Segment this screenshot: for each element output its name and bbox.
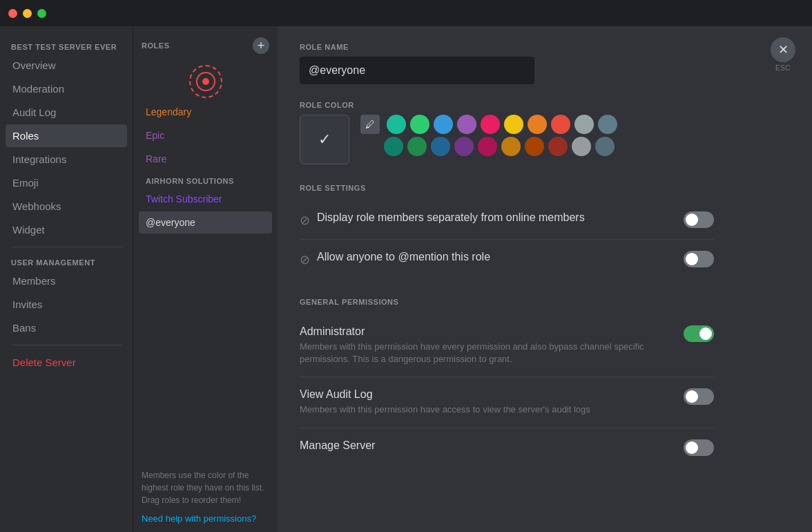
role-item-legendary[interactable]: Legendary	[139, 101, 272, 123]
color-dot-green[interactable]	[410, 115, 429, 134]
color-dot-dark-slate[interactable]	[595, 137, 615, 156]
color-dot-dark-green[interactable]	[407, 137, 427, 156]
role-group-label: AIRHORN SOLUTIONS	[139, 171, 272, 188]
toggle-knob-2	[686, 253, 698, 265]
sidebar-item-emoji[interactable]: Emoji	[6, 171, 127, 194]
toggle-administrator[interactable]	[684, 325, 714, 342]
toggle-view-audit-log[interactable]	[684, 388, 714, 405]
setting-display-text: Display role members separately from onl…	[317, 211, 585, 224]
maximize-button[interactable]	[37, 9, 46, 18]
color-dot-blue[interactable]	[434, 115, 453, 134]
role-settings-icon	[189, 65, 222, 98]
color-dot-dark-pink[interactable]	[478, 137, 497, 156]
content-panel: ✕ ESC ROLE NAME ROLE COLOR ✓ 🖊	[278, 26, 812, 532]
sidebar-divider-2	[11, 345, 122, 345]
permission-admin-title: Administrator	[300, 325, 673, 338]
color-dot-dark-yellow[interactable]	[501, 137, 521, 156]
roles-hint: Members use the color of the highest rol…	[133, 464, 278, 509]
general-permissions-label: GENERAL PERMISSIONS	[300, 298, 714, 306]
toggle-knob-1	[686, 213, 698, 226]
role-item-epic[interactable]: Epic	[139, 124, 272, 146]
color-dot-dark-teal[interactable]	[384, 137, 403, 156]
roles-header-label: ROLES	[142, 41, 170, 50]
toggle-display-separately[interactable]	[684, 211, 714, 228]
general-permissions-section: GENERAL PERMISSIONS Administrator Member…	[300, 298, 714, 467]
color-controls: ✓ 🖊	[300, 115, 714, 164]
color-dot-teal[interactable]	[387, 115, 406, 134]
sidebar-item-moderation[interactable]: Moderation	[6, 77, 127, 100]
roles-help-link[interactable]: Need help with permissions?	[133, 509, 278, 532]
setting-mention-info: ⊘ Allow anyone to @mention this role	[300, 251, 684, 267]
role-item-twitch-subscriber[interactable]: Twitch Subscriber	[139, 188, 272, 210]
role-icon-wrapper	[133, 59, 278, 101]
role-color-label: ROLE COLOR	[300, 101, 714, 109]
checkmark-icon: ✓	[318, 131, 331, 149]
roles-panel: ROLES + Legendary Epic Rare AIRHORN SOLU…	[133, 26, 278, 532]
no-entry-icon-1: ⊘	[300, 213, 310, 228]
sidebar-item-invites[interactable]: Invites	[6, 293, 127, 316]
toggle-manage-server[interactable]	[684, 439, 714, 456]
esc-label: ESC	[775, 64, 791, 72]
permission-view-audit-log: View Audit Log Members with this permiss…	[300, 377, 714, 428]
titlebar	[0, 0, 812, 26]
color-options: 🖊	[360, 115, 617, 156]
sidebar-item-audit-log[interactable]: Audit Log	[6, 101, 127, 124]
sidebar: BEST TEST SERVER EVER Overview Moderatio…	[0, 26, 133, 532]
color-dot-red[interactable]	[551, 115, 570, 134]
setting-mention-text: Allow anyone to @mention this role	[317, 251, 490, 263]
close-button[interactable]	[8, 9, 17, 18]
sidebar-item-members[interactable]: Members	[6, 269, 127, 292]
sidebar-item-bans[interactable]: Bans	[6, 316, 127, 339]
permission-audit-desc: Members with this permission have access…	[300, 403, 673, 416]
role-item-everyone[interactable]: @everyone	[139, 211, 272, 234]
no-entry-icon-2: ⊘	[300, 252, 310, 267]
role-icon-dot	[202, 78, 209, 85]
toggle-knob-audit	[686, 390, 698, 403]
selected-color-swatch[interactable]: ✓	[300, 115, 349, 164]
role-item-rare[interactable]: Rare	[139, 148, 272, 170]
eyedropper-button[interactable]: 🖊	[360, 115, 380, 134]
close-icon: ✕	[771, 37, 795, 62]
permission-administrator: Administrator Members with this permissi…	[300, 314, 714, 377]
color-dot-dark-gray[interactable]	[572, 137, 591, 156]
toggle-allow-mention[interactable]	[684, 251, 714, 267]
role-color-section: ROLE COLOR ✓ 🖊	[300, 101, 714, 164]
role-name-input[interactable]	[300, 57, 534, 84]
color-dot-yellow[interactable]	[504, 115, 523, 134]
setting-display-info: ⊘ Display role members separately from o…	[300, 211, 684, 228]
sidebar-item-overview[interactable]: Overview	[6, 54, 127, 77]
color-dot-slate[interactable]	[598, 115, 617, 134]
user-management-label: USER MANAGEMENT	[6, 253, 127, 269]
setting-display-separately: ⊘ Display role members separately from o…	[300, 200, 714, 240]
roles-header: ROLES +	[133, 26, 278, 59]
sidebar-item-widget[interactable]: Widget	[6, 218, 127, 241]
color-dot-purple[interactable]	[457, 115, 476, 134]
permission-audit-info: View Audit Log Members with this permiss…	[300, 388, 684, 416]
color-dot-orange[interactable]	[528, 115, 547, 134]
color-row-2	[360, 137, 617, 156]
color-dot-dark-blue[interactable]	[431, 137, 450, 156]
esc-button[interactable]: ✕ ESC	[771, 37, 795, 72]
color-dot-pink[interactable]	[481, 115, 500, 134]
toggle-knob-manage	[686, 441, 698, 454]
color-dot-gray[interactable]	[574, 115, 594, 134]
role-list: Legendary Epic Rare AIRHORN SOLUTIONS Tw…	[133, 101, 278, 464]
main-layout: BEST TEST SERVER EVER Overview Moderatio…	[0, 26, 812, 532]
sidebar-item-roles[interactable]: Roles	[6, 124, 127, 147]
color-dot-dark-purple[interactable]	[454, 137, 474, 156]
permission-manage-info: Manage Server	[300, 439, 684, 452]
sidebar-item-webhooks[interactable]: Webhooks	[6, 195, 127, 218]
color-row-1: 🖊	[360, 115, 617, 134]
color-dot-dark-orange[interactable]	[525, 137, 544, 156]
setting-allow-mention: ⊘ Allow anyone to @mention this role	[300, 240, 714, 278]
role-settings-section: ROLE SETTINGS ⊘ Display role members sep…	[300, 184, 714, 278]
delete-server-button[interactable]: Delete Server	[6, 351, 127, 374]
color-dot-dark-red[interactable]	[548, 137, 568, 156]
add-role-button[interactable]: +	[253, 37, 269, 54]
sidebar-divider-1	[11, 247, 122, 247]
permission-admin-desc: Members with this permission have every …	[300, 341, 673, 365]
permission-manage-title: Manage Server	[300, 439, 673, 452]
sidebar-item-integrations[interactable]: Integrations	[6, 148, 127, 171]
permission-audit-title: View Audit Log	[300, 388, 673, 401]
minimize-button[interactable]	[23, 9, 32, 18]
